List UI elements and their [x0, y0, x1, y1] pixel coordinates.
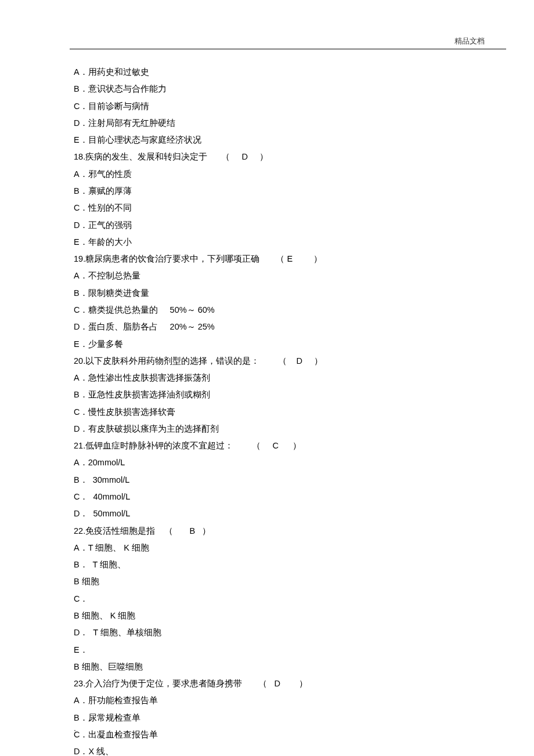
text-line: D．有皮肤破损以瘙痒为主的选择酊剂: [74, 421, 464, 437]
text-line: D．正气的强弱: [74, 217, 464, 234]
text-line: 22.免疫活性细胞是指 （ B ）: [74, 523, 464, 540]
text-line: E．年龄的大小: [74, 234, 464, 251]
text-line: A．20mmol/L: [74, 454, 464, 471]
text-line: C．糖类提供总热量的 50%～ 60%: [74, 302, 464, 319]
text-line: A．邪气的性质: [74, 166, 464, 183]
text-line: B． 30mmol/L: [74, 472, 464, 489]
text-line: B 细胞、巨噬细胞: [74, 659, 464, 675]
footer-dot: .: [74, 724, 76, 733]
text-line: D．蛋白质、脂肪各占 20%～ 25%: [74, 319, 464, 335]
text-line: B．尿常规检查单: [74, 710, 464, 726]
text-line: A．T 细胞、 K 细胞: [74, 540, 464, 556]
document-body: A．用药史和过敏史 B．意识状态与合作能力 C．目前诊断与病情 D．注射局部有无…: [74, 64, 464, 756]
text-line: B．意识状态与合作能力: [74, 81, 464, 97]
text-line: B． T 细胞、: [74, 556, 464, 573]
text-line: C．性别的不同: [74, 200, 464, 216]
text-line: B．亚急性皮肤损害选择油剂或糊剂: [74, 386, 464, 403]
text-line: E．目前心理状态与家庭经济状况: [74, 132, 464, 149]
text-line: D．X 线、: [74, 743, 464, 756]
text-line: E．: [74, 642, 464, 659]
text-line: 19.糖尿病患者的饮食治疗要求中，下列哪项正确 （ E ）: [74, 251, 464, 267]
text-line: C． 40mmol/L: [74, 489, 464, 505]
text-line: C．目前诊断与病情: [74, 98, 464, 115]
text-line: 23.介入治疗为便于定位，要求患者随身携带 （ D ）: [74, 675, 464, 692]
text-line: E．少量多餐: [74, 336, 464, 353]
text-line: 20.以下皮肤科外用药物剂型的选择，错误的是： （ D ）: [74, 353, 464, 370]
text-line: B．限制糖类进食量: [74, 285, 464, 302]
text-line: 21.低钾血症时静脉补钾的浓度不宜超过： （ C ）: [74, 437, 464, 454]
text-line: A．用药史和过敏史: [74, 64, 464, 81]
text-line: A．急性渗出性皮肤损害选择振荡剂: [74, 370, 464, 386]
text-line: 18.疾病的发生、发展和转归决定于 （ D ）: [74, 149, 464, 165]
text-line: B．禀赋的厚薄: [74, 183, 464, 200]
text-line: A．肝功能检查报告单: [74, 692, 464, 709]
text-line: C．: [74, 591, 464, 607]
text-line: C．慢性皮肤损害选择软膏: [74, 404, 464, 421]
text-line: C．出凝血检查报告单: [74, 726, 464, 743]
text-line: B 细胞: [74, 573, 464, 590]
text-line: D． 50mmol/L: [74, 505, 464, 522]
text-line: D．注射局部有无红肿硬结: [74, 115, 464, 132]
text-line: B 细胞、 K 细胞: [74, 607, 464, 624]
text-line: D． T 细胞、单核细胞: [74, 624, 464, 641]
text-line: A．不控制总热量: [74, 267, 464, 284]
header-label: 精品文档: [454, 36, 485, 46]
header-rule: [70, 49, 506, 49]
